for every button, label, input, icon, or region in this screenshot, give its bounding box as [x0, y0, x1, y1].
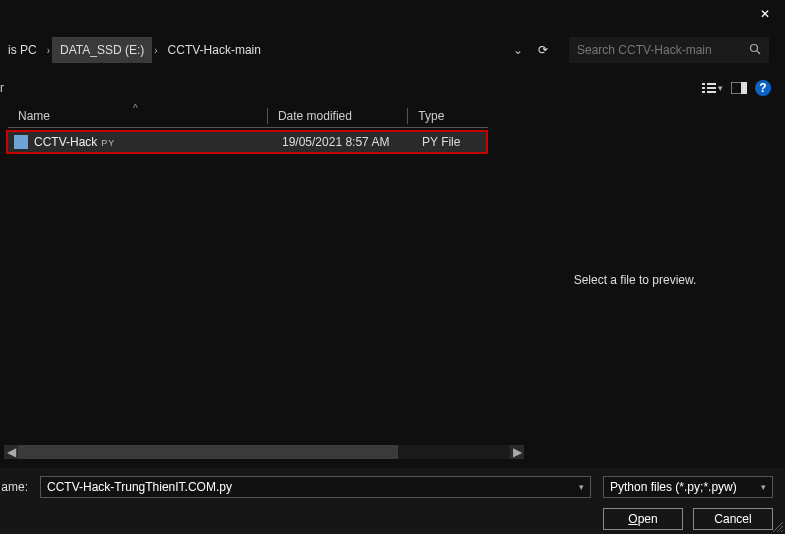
filetype-label: Python files (*.py;*.pyw)	[610, 480, 737, 494]
resize-grip[interactable]	[771, 520, 783, 532]
chevron-down-icon[interactable]: ▾	[579, 482, 584, 492]
svg-line-1	[757, 51, 760, 54]
bottom-panel: ame: CCTV-Hack-TrungThienIT.COM.py ▾ Pyt…	[0, 468, 785, 534]
button-label: Open	[628, 512, 657, 526]
svg-point-0	[751, 44, 758, 51]
breadcrumb-folder[interactable]: CCTV-Hack-main	[160, 37, 269, 63]
search-placeholder: Search CCTV-Hack-main	[577, 43, 749, 57]
file-list: CCTV-HackPY 19/05/2021 8:57 AM PY File	[6, 130, 488, 154]
chevron-right-icon[interactable]: ›	[152, 45, 159, 56]
breadcrumb-this-pc[interactable]: is PC	[0, 37, 45, 63]
arrow-right-icon: ▶	[513, 445, 522, 459]
filename-input[interactable]: CCTV-Hack-TrungThienIT.COM.py ▾	[40, 476, 591, 498]
resize-grip-icon	[771, 520, 783, 532]
search-input[interactable]: Search CCTV-Hack-main	[569, 37, 769, 63]
open-button[interactable]: Open	[603, 508, 683, 530]
scroll-right-button[interactable]: ▶	[510, 445, 524, 459]
filename-value: CCTV-Hack-TrungThienIT.COM.py	[47, 480, 232, 494]
view-mode-button[interactable]: ▾	[702, 82, 723, 94]
refresh-icon: ⟳	[538, 43, 548, 57]
scroll-thumb[interactable]	[18, 445, 398, 459]
column-label: Type	[418, 109, 444, 123]
chevron-down-icon: ⌄	[513, 43, 523, 57]
close-button[interactable]: ✕	[745, 0, 785, 28]
toolbar-left-label: r	[0, 81, 4, 95]
breadcrumb-label: DATA_SSD (E:)	[60, 43, 144, 57]
python-file-icon	[14, 135, 28, 149]
breadcrumb-drive[interactable]: DATA_SSD (E:)	[52, 37, 152, 63]
scroll-left-button[interactable]: ◀	[4, 445, 18, 459]
preview-pane: Select a file to preview.	[500, 130, 770, 430]
file-name: CCTV-Hack	[34, 135, 97, 149]
help-icon: ?	[759, 81, 766, 95]
cancel-button[interactable]: Cancel	[693, 508, 773, 530]
file-row[interactable]: CCTV-HackPY 19/05/2021 8:57 AM PY File	[6, 130, 488, 154]
column-header-type[interactable]: Type	[408, 109, 488, 123]
column-label: Date modified	[278, 109, 352, 123]
scroll-track[interactable]	[18, 445, 510, 459]
svg-rect-9	[741, 82, 747, 94]
file-dialog-window: ✕ is PC › DATA_SSD (E:) › CCTV-Hack-main…	[0, 0, 785, 534]
preview-message: Select a file to preview.	[574, 273, 697, 287]
chevron-down-icon: ▾	[718, 83, 723, 93]
column-headers: Name ^ Date modified Type	[8, 104, 488, 128]
arrow-left-icon: ◀	[7, 445, 16, 459]
refresh-button[interactable]: ⟳	[529, 43, 557, 57]
svg-rect-6	[702, 91, 705, 93]
titlebar: ✕	[0, 0, 785, 28]
svg-line-12	[781, 530, 783, 532]
svg-rect-3	[707, 83, 716, 85]
svg-rect-2	[702, 83, 705, 85]
preview-pane-icon	[731, 82, 747, 94]
svg-rect-4	[702, 87, 705, 89]
help-button[interactable]: ?	[755, 80, 771, 96]
breadcrumb-label: CCTV-Hack-main	[168, 43, 261, 57]
svg-rect-5	[707, 87, 716, 89]
address-dropdown[interactable]: ⌄	[507, 43, 529, 57]
column-header-date[interactable]: Date modified	[268, 109, 407, 123]
column-label: Name	[18, 109, 50, 123]
horizontal-scrollbar[interactable]: ◀ ▶	[4, 445, 524, 459]
close-icon: ✕	[760, 7, 770, 21]
list-icon	[702, 82, 716, 94]
file-name-cell: CCTV-HackPY	[34, 135, 282, 149]
file-type-cell: PY File	[422, 135, 460, 149]
breadcrumb: is PC › DATA_SSD (E:) › CCTV-Hack-main	[0, 37, 269, 63]
toolbar: r ▾ ?	[0, 78, 785, 98]
breadcrumb-label: is PC	[8, 43, 37, 57]
preview-pane-button[interactable]	[731, 82, 747, 94]
search-icon	[749, 43, 761, 58]
filename-label: ame:	[0, 480, 28, 494]
column-header-name[interactable]: Name ^	[8, 109, 267, 123]
svg-rect-7	[707, 91, 716, 93]
chevron-right-icon[interactable]: ›	[45, 45, 52, 56]
chevron-down-icon[interactable]: ▾	[761, 482, 766, 492]
file-ext: PY	[101, 138, 115, 148]
address-bar: is PC › DATA_SSD (E:) › CCTV-Hack-main ⌄…	[0, 36, 785, 64]
sort-asc-icon: ^	[133, 103, 138, 114]
filetype-select[interactable]: Python files (*.py;*.pyw) ▾	[603, 476, 773, 498]
button-label: Cancel	[714, 512, 751, 526]
file-date-cell: 19/05/2021 8:57 AM	[282, 135, 422, 149]
